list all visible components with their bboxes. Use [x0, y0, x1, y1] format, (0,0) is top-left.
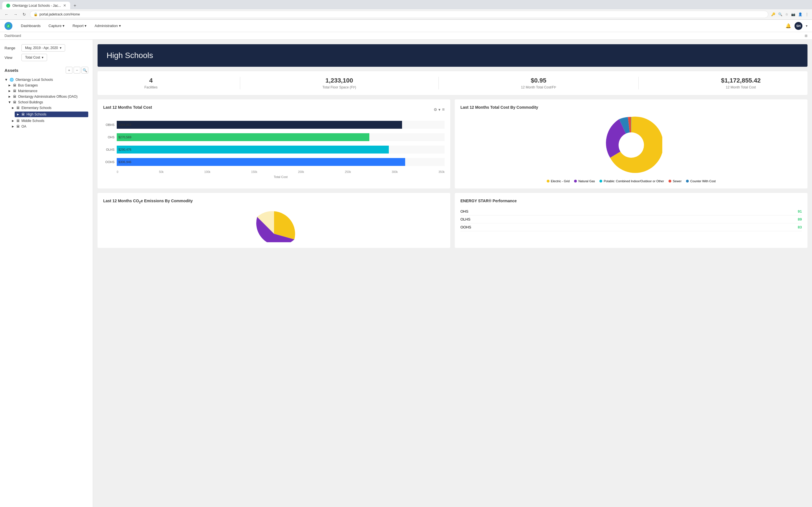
collapse-button[interactable]: − [73, 67, 80, 73]
assets-controls: + − 🔍 [66, 67, 88, 73]
tree-item-middle-schools[interactable]: ► 🏛 Middle Schools [4, 118, 88, 124]
header-card: High Schools [98, 44, 808, 67]
legend-dot-sewer [668, 180, 671, 182]
nav-right: 🔔 SH ▾ [785, 22, 808, 30]
assets-title: Assets [4, 68, 18, 73]
view-picker[interactable]: Total Cost ▾ [21, 54, 47, 61]
camera-icon[interactable]: 📷 [791, 12, 795, 16]
bar-container-olhs: $290,476 [117, 146, 445, 154]
stat-total-cost: $1,172,855.42 12 Month Total Cost [721, 77, 761, 89]
bar-chart: OBHS $304,864 OHS $270,569 [103, 119, 445, 179]
co2-chart-card: Last 12 Months CO2e Emissions By Commodi… [98, 193, 450, 248]
bar-value-obhs: $304,864 [118, 123, 132, 126]
url-text: portal.jadetrack.com/Home [40, 12, 80, 16]
pie-chart-container: Electric - Grid Natural Gas Potable: Com… [460, 114, 802, 183]
tree-item-school-buildings[interactable]: ▼ 🏛 School Buildings [4, 100, 88, 105]
legend-dot-potable [599, 180, 602, 182]
legend-sewer: Sewer [668, 179, 681, 183]
tree-item-bus-garages[interactable]: ► 🏛 Bus Garages [4, 82, 88, 88]
legend-natural-gas: Natural Gas [574, 179, 595, 183]
tab-bar: Olentangy Local Schools - Jac... ✕ + [0, 0, 812, 9]
address-input[interactable]: 🔒 portal.jadetrack.com/Home [30, 11, 768, 18]
tab-close-button[interactable]: ✕ [63, 3, 66, 8]
bar-label-ohs: OHS [103, 135, 114, 139]
energy-star-row-olhs: OLHS 89 [460, 216, 802, 223]
nav-dashboards[interactable]: Dashboards [17, 20, 45, 31]
legend-label-sewer: Sewer [673, 179, 681, 183]
new-tab-button[interactable]: + [71, 2, 79, 9]
menu-icon[interactable]: ⋮ [805, 12, 809, 16]
bar-chart-menu-icon[interactable]: ≡ [442, 107, 445, 112]
app-navbar: J Dashboards Capture ▾ Report ▾ Administ… [0, 20, 812, 32]
star-icon[interactable]: ☆ [785, 12, 788, 16]
pie-chart-svg [600, 114, 662, 176]
tree-item-oa[interactable]: ► 🏛 OA [4, 124, 88, 129]
high-schools-toggle-icon: ► [16, 112, 20, 116]
bar-chart-title: Last 12 Months Total Cost [103, 105, 152, 110]
oa-building-icon: 🏛 [16, 124, 20, 128]
layout-grid-icon[interactable]: ⊞ [805, 34, 808, 38]
nav-administration[interactable]: Administration ▾ [91, 20, 124, 31]
bar-value-ohs: $270,569 [118, 135, 132, 139]
expand-button[interactable]: + [66, 67, 72, 73]
energy-star-title: ENERGY STAR® Performance [460, 199, 802, 203]
bar-chart-settings-button[interactable]: ⚙ ▾ [434, 107, 441, 112]
stat-divider-3 [638, 77, 639, 89]
active-tab[interactable]: Olentangy Local Schools - Jac... ✕ [2, 2, 70, 9]
bar-container-ohs: $270,569 [117, 133, 445, 141]
total-cost-label: 12 Month Total Cost [721, 86, 761, 89]
date-range-picker[interactable]: May, 2019 - Apr, 2020 ▾ [21, 44, 65, 52]
bar-olhs: $290,476 [117, 146, 389, 154]
floor-space-label: Total Floor Space (Ft²) [322, 86, 356, 89]
pie-chart-card: Last 12 Months Total Cost By Commodity [455, 100, 808, 188]
search-assets-button[interactable]: 🔍 [82, 67, 88, 73]
tree-item-maintenance[interactable]: ► 🏛 Maintenance [4, 88, 88, 94]
building-icon: 🏛 [13, 83, 16, 87]
user-avatar[interactable]: SH [795, 22, 802, 30]
range-view-section: Range May, 2019 - Apr, 2020 ▾ View Total… [4, 44, 88, 61]
back-button[interactable]: ← [3, 11, 10, 18]
nav-capture[interactable]: Capture ▾ [45, 20, 68, 31]
globe-icon: 🌐 [10, 78, 14, 82]
bar-label-obhs: OBHS [103, 123, 114, 126]
address-bar: ← → ↻ 🔒 portal.jadetrack.com/Home 🔑 🔍 ☆ … [0, 9, 812, 19]
maintenance-building-icon: 🏛 [13, 89, 16, 93]
tree-item-oao[interactable]: ► 🏛 Olentangy Administrative Offices (OA… [4, 94, 88, 100]
stat-floor-space: 1,233,100 Total Floor Space (Ft²) [322, 77, 356, 89]
bus-garages-toggle-icon: ► [8, 83, 11, 87]
bar-container-obhs: $304,864 [117, 121, 445, 129]
svg-point-2 [619, 132, 644, 158]
bar-value-olhs: $290,476 [118, 148, 132, 151]
user-menu-icon[interactable]: ▾ [806, 24, 808, 28]
school-buildings-icon: 🏛 [13, 100, 16, 104]
nav-report[interactable]: Report ▾ [68, 20, 91, 31]
refresh-button[interactable]: ↻ [21, 11, 27, 18]
key-icon[interactable]: 🔑 [771, 12, 775, 16]
tree-item-root[interactable]: ▼ 🌐 Olentangy Local Schools [4, 77, 88, 82]
sidebar: Range May, 2019 - Apr, 2020 ▾ View Total… [0, 40, 93, 507]
breadcrumb: Dashboard [4, 34, 21, 38]
view-label: View [4, 55, 21, 60]
legend-dot-counter [686, 180, 689, 182]
notifications-bell-icon[interactable]: 🔔 [785, 23, 791, 29]
stat-cost-per-sqft: $0.95 12 Month Total Cost/Ft² [521, 77, 556, 89]
tree-item-high-schools[interactable]: ► 🏛 High Schools [4, 111, 88, 118]
user-profile-icon[interactable]: 👤 [798, 12, 802, 16]
lock-icon: 🔒 [34, 12, 38, 16]
forward-button[interactable]: → [12, 11, 18, 18]
nav-menu: Dashboards Capture ▾ Report ▾ Administra… [17, 20, 785, 31]
energy-star-score-oohs: 83 [798, 225, 802, 229]
middle-schools-toggle-icon: ► [11, 119, 15, 123]
legend-label-electric: Electric - Grid [551, 179, 570, 183]
bar-chart-controls: ⚙ ▾ ≡ [434, 107, 445, 112]
oao-building-icon: 🏛 [13, 95, 16, 99]
search-icon[interactable]: 🔍 [778, 12, 782, 16]
bar-label-oohs: OOHS [103, 160, 114, 164]
bar-ohs: $270,569 [117, 133, 369, 141]
elementary-building-icon: 🏛 [16, 106, 20, 110]
facilities-label: Facilities [144, 86, 158, 89]
elementary-toggle-icon: ► [11, 106, 15, 110]
cost-per-sqft-label: 12 Month Total Cost/Ft² [521, 86, 556, 89]
floor-space-value: 1,233,100 [322, 77, 356, 84]
tree-item-elementary[interactable]: ► 🏛 Elementary Schools [4, 105, 88, 111]
